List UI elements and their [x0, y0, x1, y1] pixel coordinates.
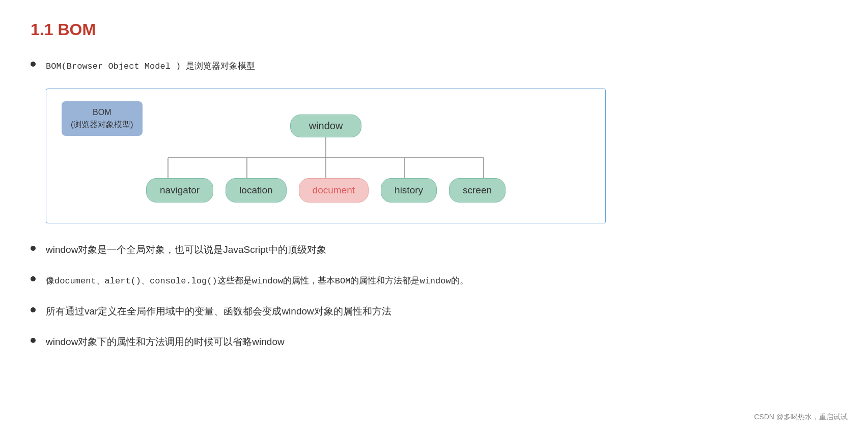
history-node: history	[381, 178, 437, 203]
bom-label-line2: (浏览器对象模型)	[71, 119, 133, 131]
tree-lines-svg	[127, 137, 524, 178]
navigator-node: navigator	[146, 178, 213, 203]
bom-label-line1: BOM	[71, 106, 133, 119]
window-node: window	[290, 114, 362, 137]
bullet-text-4: 所有通过var定义在全局作用域中的变量、函数都会变成window对象的属性和方法	[46, 303, 391, 320]
bullet-dot-5	[31, 338, 36, 343]
bullet-dot-4	[31, 307, 36, 312]
bullet-dot-1	[31, 62, 36, 67]
bullet-item-1: BOM(Browser Object Model ) 是浏览器对象模型	[31, 57, 837, 74]
child-nodes: navigator location document history scre…	[146, 178, 506, 203]
location-node: location	[226, 178, 287, 203]
bullet-text-5: window对象下的属性和方法调用的时候可以省略window	[46, 334, 285, 350]
footer: CSDN @多喝热水，重启试试	[754, 413, 848, 422]
bullet1-code: BOM(Browser Object Model ) 是浏览器对象模型	[46, 62, 255, 71]
bullet-item-3: 像document、alert()、console.log()这些都是windo…	[31, 272, 837, 289]
bom-label: BOM (浏览器对象模型)	[62, 101, 143, 136]
document-node: document	[299, 178, 369, 203]
diagram-inner: window navigator location document histo…	[67, 104, 585, 203]
bullet-text-3: 像document、alert()、console.log()这些都是windo…	[46, 272, 468, 289]
footer-text: CSDN @多喝热水，重启试试	[754, 413, 848, 421]
bullet-item-2: window对象是一个全局对象，也可以说是JavaScript中的顶级对象	[31, 242, 837, 258]
bullet-text-1: BOM(Browser Object Model ) 是浏览器对象模型	[46, 57, 255, 74]
bullet-dot-2	[31, 246, 36, 251]
page-title: 1.1 BOM	[31, 20, 837, 39]
bullet-item-5: window对象下的属性和方法调用的时候可以省略window	[31, 334, 837, 350]
bullet-item-4: 所有通过var定义在全局作用域中的变量、函数都会变成window对象的属性和方法	[31, 303, 837, 320]
bom-diagram: BOM (浏览器对象模型) window navigator locati	[46, 89, 606, 223]
tree-lines-area	[127, 137, 524, 178]
bullet-text-2: window对象是一个全局对象，也可以说是JavaScript中的顶级对象	[46, 242, 326, 258]
screen-node: screen	[449, 178, 506, 203]
bullet3-text: 像document、alert()、console.log()这些都是windo…	[46, 276, 468, 286]
bullet-dot-3	[31, 276, 36, 281]
